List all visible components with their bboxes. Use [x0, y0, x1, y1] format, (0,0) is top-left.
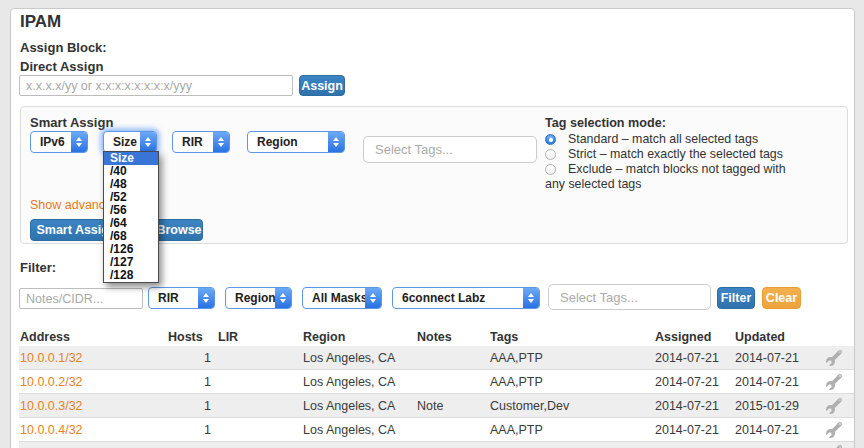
table-row: 10.0.0.2/32 1 Los Angeles, CA AAA,PTP 20…	[19, 370, 854, 394]
table-row: 10.0.0.4/32 1 Los Angeles, CA AAA,PTP 20…	[19, 418, 854, 442]
col-updated: Updated	[735, 330, 785, 344]
col-lir: LIR	[218, 330, 238, 344]
hosts-cell: 1	[165, 351, 211, 365]
hosts-cell: 1	[165, 423, 211, 437]
address-link[interactable]: 10.0.0.1/32	[20, 351, 83, 365]
filter-button[interactable]: Filter	[717, 287, 755, 309]
select-stepper-icon	[71, 132, 87, 152]
rir-value: RIR	[173, 135, 213, 149]
size-option[interactable]: /128	[104, 269, 158, 282]
assigned-cell: 2014-07-21	[655, 375, 719, 389]
radio-exclude-label-wrap: any selected tags	[545, 177, 641, 191]
col-region: Region	[303, 330, 345, 344]
ipam-page: IPAM Assign Block: Direct Assign Assign …	[0, 0, 864, 448]
updated-cell: 2014-07-21	[735, 423, 799, 437]
tag-mode-heading: Tag selection mode:	[545, 116, 666, 130]
region-cell: Los Angeles, CA	[303, 375, 395, 389]
edit-wrench-icon[interactable]	[826, 398, 842, 414]
edit-wrench-icon[interactable]	[826, 350, 842, 366]
address-link[interactable]: 10.0.0.4/32	[20, 423, 83, 437]
select-stepper-icon	[140, 132, 156, 152]
filter-org-select[interactable]: 6connect Labz	[392, 287, 540, 309]
table-row-partial	[19, 442, 854, 448]
filter-tags-input[interactable]	[548, 284, 711, 310]
hosts-cell: 1	[165, 375, 211, 389]
size-value: Size	[104, 135, 140, 149]
select-stepper-icon	[275, 288, 291, 308]
region-cell: Los Angeles, CA	[303, 399, 395, 413]
radio-standard-label: Standard – match all selected tags	[568, 132, 758, 146]
edit-wrench-icon[interactable]	[826, 422, 842, 438]
radio-exclude[interactable]	[545, 164, 556, 175]
direct-assign-label: Direct Assign	[20, 59, 103, 74]
updated-cell: 2014-07-21	[735, 375, 799, 389]
filter-notes-input[interactable]	[19, 288, 143, 309]
assign-block-heading: Assign Block:	[20, 40, 107, 55]
col-address: Address	[20, 330, 70, 344]
clear-button[interactable]: Clear	[762, 287, 801, 309]
size-dropdown-menu: Size /40 /48 /52 /56 /64 /68 /126 /127 /…	[103, 151, 159, 283]
col-assigned: Assigned	[655, 330, 711, 344]
filter-rir-select[interactable]: RIR	[148, 287, 215, 309]
updated-cell: 2014-07-21	[735, 351, 799, 365]
select-stepper-icon	[198, 288, 214, 308]
ip-family-select[interactable]: IPv6	[30, 131, 88, 153]
size-select[interactable]: Size	[103, 131, 157, 153]
direct-assign-input[interactable]	[19, 75, 293, 96]
hosts-cell: 1	[165, 399, 211, 413]
address-link[interactable]: 10.0.0.2/32	[20, 375, 83, 389]
filter-region-select[interactable]: Region	[225, 287, 292, 309]
ip-family-value: IPv6	[31, 135, 71, 149]
select-stepper-icon	[523, 288, 539, 308]
region-value: Region	[248, 135, 328, 149]
filter-masks-select[interactable]: All Masks	[302, 287, 382, 309]
page-title: IPAM	[20, 12, 61, 32]
tags-cell: Customer,Dev	[490, 399, 569, 413]
assigned-cell: 2014-07-21	[655, 423, 719, 437]
assigned-cell: 2014-07-21	[655, 399, 719, 413]
region-cell: Los Angeles, CA	[303, 351, 395, 365]
col-hosts: Hosts	[168, 330, 203, 344]
filter-heading: Filter:	[20, 260, 56, 275]
tags-cell: AAA,PTP	[490, 351, 543, 365]
radio-exclude-label: Exclude – match blocks not tagged with	[568, 162, 786, 176]
assign-button[interactable]: Assign	[299, 75, 345, 96]
radio-standard[interactable]	[545, 134, 556, 145]
smart-assign-heading: Smart Assign	[30, 115, 113, 130]
notes-cell: Note	[417, 399, 443, 413]
assigned-cell: 2014-07-21	[655, 351, 719, 365]
filter-region-value: Region	[226, 291, 275, 305]
filter-rir-value: RIR	[149, 291, 198, 305]
tags-cell: AAA,PTP	[490, 375, 543, 389]
table-row: 10.0.0.3/32 1 Los Angeles, CA Note Custo…	[19, 394, 854, 418]
select-stepper-icon	[213, 132, 229, 152]
filter-masks-value: All Masks	[303, 291, 365, 305]
radio-strict-label: Strict – match exactly the selected tags	[568, 147, 783, 161]
updated-cell: 2015-01-29	[735, 399, 799, 413]
address-link[interactable]: 10.0.0.3/32	[20, 399, 83, 413]
region-select[interactable]: Region	[247, 131, 345, 153]
col-notes: Notes	[417, 330, 452, 344]
smart-tags-input[interactable]	[363, 136, 537, 163]
col-tags: Tags	[490, 330, 518, 344]
tags-cell: AAA,PTP	[490, 423, 543, 437]
rir-select[interactable]: RIR	[172, 131, 230, 153]
browse-button[interactable]: Browse	[155, 219, 203, 241]
filter-org-value: 6connect Labz	[393, 291, 523, 305]
table-row: 10.0.0.1/32 1 Los Angeles, CA AAA,PTP 20…	[19, 346, 854, 370]
select-stepper-icon	[328, 132, 344, 152]
radio-strict[interactable]	[545, 149, 556, 160]
select-stepper-icon	[365, 288, 381, 308]
region-cell: Los Angeles, CA	[303, 423, 395, 437]
edit-wrench-icon[interactable]	[826, 374, 842, 390]
